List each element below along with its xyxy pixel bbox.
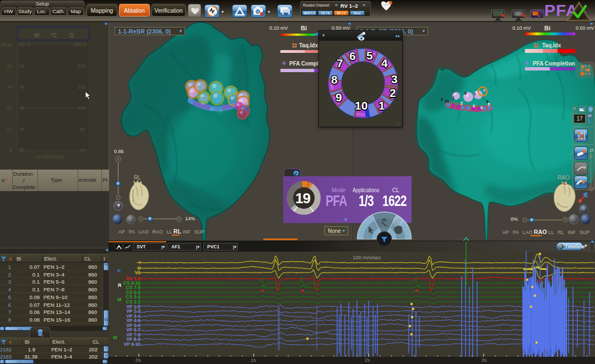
svg-text:3: 3 [220, 110, 221, 113]
svg-text:x: x [41, 334, 44, 338]
svg-text:6: 6 [486, 100, 489, 104]
svg-text:4: 4 [480, 106, 483, 110]
svg-text:3: 3 [473, 104, 475, 108]
svg-text:10: 10 [210, 107, 213, 111]
svg-text:9 1 7: 9 1 7 [202, 102, 208, 105]
svg-text:9: 9 [441, 97, 443, 101]
svg-text:1: 1 [452, 96, 455, 100]
svg-text:7: 7 [474, 93, 476, 96]
svg-text:8: 8 [464, 91, 467, 95]
svg-text:2: 2 [461, 101, 463, 105]
svg-text:10: 10 [445, 99, 449, 103]
svg-text:IC: IC [214, 13, 217, 17]
